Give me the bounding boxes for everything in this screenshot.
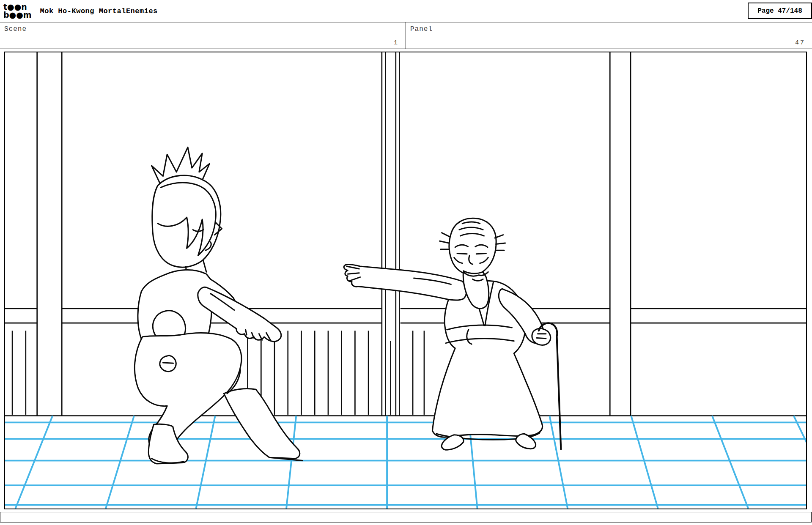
scene-value: 1 [394, 39, 399, 46]
page-indicator: Page 47/148 [748, 3, 812, 19]
meta-row: Scene 1 Panel 47 [0, 22, 812, 49]
storyboard-panel [4, 52, 807, 509]
panel-field: Panel 47 [406, 22, 812, 49]
storyboard-drawing [5, 52, 806, 509]
panel-label: Panel [410, 25, 433, 33]
toonboom-logo-icon: t●●n b●●m [3, 3, 32, 19]
top-bar: t●●n b●●m Mok Ho-Kwong MortalEnemies Pag… [0, 0, 812, 22]
floor-grid [5, 416, 806, 509]
document-title: Mok Ho-Kwong MortalEnemies [40, 7, 158, 15]
scene-label: Scene [4, 25, 27, 33]
character-old-man [344, 218, 561, 450]
caption-bar [0, 512, 812, 522]
wall-lines [5, 52, 806, 416]
scene-field: Scene 1 [0, 22, 406, 49]
panel-value: 47 [795, 39, 805, 46]
logo-line-2: b●●m [3, 11, 32, 19]
